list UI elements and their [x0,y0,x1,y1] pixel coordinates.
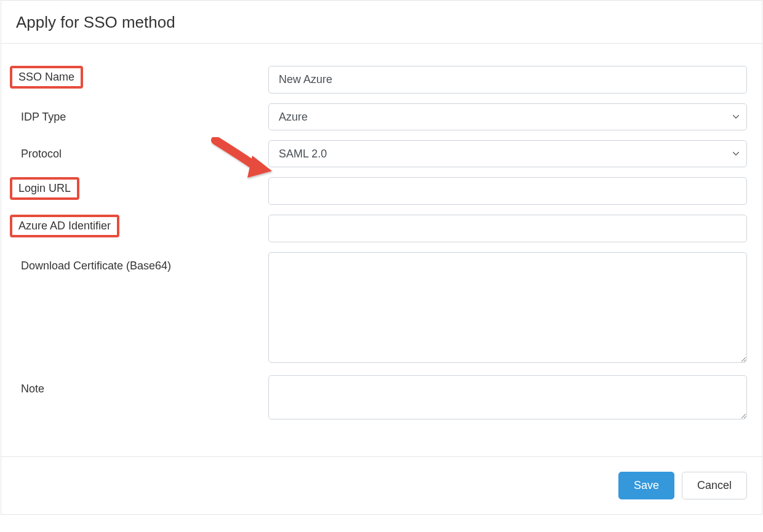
label-login-url: Login URL [16,177,268,200]
label-azure-ad-identifier: Azure AD Identifier [16,215,268,237]
sso-name-input[interactable] [268,66,747,93]
sso-form-panel: Apply for SSO method SSO Name IDP Type A… [1,0,762,515]
row-certificate: Download Certificate (Base64) [16,252,747,365]
row-idp-type: IDP Type Azure [16,103,747,130]
azure-ad-identifier-input[interactable] [268,215,747,242]
label-sso-name: SSO Name [16,66,268,89]
protocol-select[interactable]: SAML 2.0 [268,140,747,167]
login-url-input[interactable] [268,177,747,205]
label-idp-type: IDP Type [16,103,268,126]
label-note: Note [16,375,268,398]
save-button[interactable]: Save [618,472,674,499]
certificate-textarea[interactable] [268,252,747,363]
idp-type-select[interactable]: Azure [268,103,747,130]
row-sso-name: SSO Name [16,66,747,93]
label-certificate: Download Certificate (Base64) [16,252,268,275]
panel-footer: Save Cancel [1,456,762,514]
panel-header: Apply for SSO method [1,1,762,44]
cancel-button[interactable]: Cancel [682,472,747,499]
note-textarea[interactable] [268,375,747,419]
panel-body: SSO Name IDP Type Azure Protocol [1,44,762,456]
row-login-url: Login URL [16,177,747,205]
label-protocol: Protocol [16,140,268,163]
page-title: Apply for SSO method [16,13,747,32]
row-azure-ad-identifier: Azure AD Identifier [16,215,747,242]
row-protocol: Protocol SAML 2.0 [16,140,747,167]
row-note: Note [16,375,747,422]
